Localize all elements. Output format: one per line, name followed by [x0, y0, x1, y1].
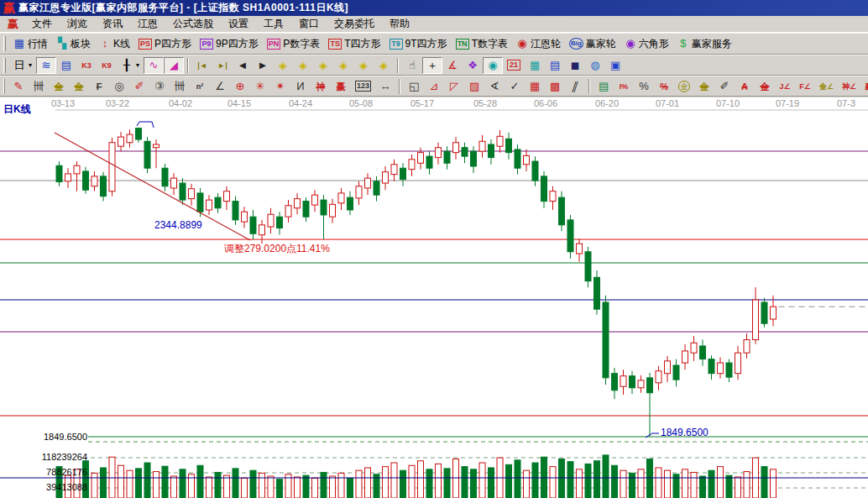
gann-fan-button[interactable]: ⊿: [424, 78, 444, 95]
9t-square-button[interactable]: T99T四方形: [385, 34, 452, 54]
go-prev-button[interactable]: ◄: [233, 57, 253, 74]
menu-item-7[interactable]: 窗口: [291, 15, 327, 33]
wave-check-button[interactable]: ✓: [505, 78, 525, 95]
cycle-tool-button[interactable]: ◉: [483, 57, 503, 74]
parallel-lines-button[interactable]: ∥: [565, 78, 585, 95]
candle-style-button[interactable]: ╂▾: [117, 57, 144, 74]
crosshair-tool-button[interactable]: ＋: [422, 57, 442, 74]
go-last-button[interactable]: ►|: [212, 57, 233, 74]
calendar-button[interactable]: 21: [503, 57, 525, 73]
menu-item-6[interactable]: 工具: [256, 15, 291, 33]
app-logo-icon: 赢: [3, 1, 15, 15]
brush-button[interactable]: ✎: [8, 78, 29, 95]
gann-wheel-small-button[interactable]: ✳: [250, 78, 270, 95]
hand-tool-button[interactable]: ☝: [402, 57, 422, 74]
hatch-lines-2-button[interactable]: 卌: [170, 78, 190, 95]
winner-wheel-button[interactable]: Big赢家轮: [565, 34, 620, 54]
diamond-expand-button[interactable]: ◈: [353, 57, 374, 74]
spiral-button[interactable]: ◎: [109, 78, 129, 95]
circle-3-button[interactable]: ③: [149, 78, 170, 95]
gold-lines-1-button[interactable]: 金: [49, 78, 69, 95]
calculator-button[interactable]: ▦: [525, 57, 545, 74]
a-wave-button[interactable]: A: [735, 78, 755, 95]
gold-circle-button[interactable]: 金: [674, 78, 694, 95]
zoom-area-tool-button[interactable]: ≋: [36, 57, 56, 74]
angle-lines-button[interactable]: ∢: [484, 78, 505, 95]
ying-angle-button[interactable]: 赢∠: [860, 78, 868, 95]
j-angle-button[interactable]: J∠: [775, 78, 795, 95]
i-percent-button[interactable]: I%: [614, 78, 634, 95]
gann-wheel-button[interactable]: ◉江恩轮: [512, 34, 565, 54]
t-square-button[interactable]: TST四方形: [324, 34, 384, 54]
fan-in-box-button[interactable]: ◸: [444, 78, 464, 95]
percent-lines-button[interactable]: %: [654, 78, 674, 95]
shen-angle-button[interactable]: 神∠: [838, 78, 860, 95]
sectors-button[interactable]: ▚板块: [52, 34, 95, 54]
zigzag-tool-button[interactable]: ∿: [144, 57, 164, 74]
kline-button[interactable]: ↕K线: [95, 34, 134, 54]
percent-button[interactable]: %: [634, 78, 654, 95]
p-square-button[interactable]: PSP四方形: [134, 34, 196, 54]
menu-item-0[interactable]: 文件: [24, 15, 60, 33]
diamond-center-button[interactable]: ◈: [374, 57, 394, 74]
go-next-button[interactable]: ►: [253, 57, 273, 74]
menu-item-2[interactable]: 资讯: [95, 15, 130, 33]
diamond-right-button[interactable]: ◈: [293, 57, 313, 74]
diamond-up-button[interactable]: ◈: [313, 57, 333, 74]
protractor-button[interactable]: ∠: [210, 78, 230, 95]
menu-item-3[interactable]: 江恩: [130, 15, 165, 33]
width-measure-button[interactable]: ↔: [375, 78, 395, 95]
ying-lines-button[interactable]: 赢: [331, 78, 351, 95]
date-tick-07-3: 07-3: [837, 98, 855, 108]
target-circle-button[interactable]: ⊕: [230, 78, 250, 95]
ruler-123-button[interactable]: 123: [351, 78, 375, 94]
save-button[interactable]: ◼: [565, 57, 585, 74]
gann-shape-tool-button[interactable]: ❖: [463, 57, 483, 74]
gann-shape-tool-icon: ❖: [467, 60, 478, 71]
f-lines-button[interactable]: F: [89, 78, 109, 95]
red-grid-button[interactable]: ▦: [525, 78, 545, 95]
shen-lines-button[interactable]: 神: [311, 78, 331, 95]
list-panel-button[interactable]: ▤: [593, 78, 614, 95]
period-daily-button[interactable]: 日▾: [9, 57, 36, 74]
notes-button[interactable]: ▤: [545, 57, 565, 74]
red-grid-2-button[interactable]: ▩: [545, 78, 565, 95]
chart-area[interactable]: 日K线 03-1303-2204-0204-1504-2405-0805-170…: [0, 97, 868, 498]
gold-angle-button[interactable]: 金∠: [815, 78, 838, 95]
go-first-button[interactable]: |◄: [192, 57, 212, 74]
n-square-button[interactable]: n²: [190, 78, 210, 95]
info-panel-button[interactable]: ▤: [56, 57, 76, 74]
gold-red-lines-button[interactable]: 金: [755, 78, 775, 95]
gold-lines-2-button[interactable]: 金: [69, 78, 89, 95]
volume-bar: [250, 470, 256, 498]
t-digit-table-button[interactable]: TNT数字表: [452, 34, 512, 54]
9p-square-button[interactable]: P99P四方形: [196, 34, 263, 54]
quotes-button[interactable]: ▦行情: [9, 34, 52, 54]
kline-canvas[interactable]: [0, 97, 868, 498]
angle-measure-button[interactable]: ∡: [442, 57, 463, 74]
menu-item-9[interactable]: 帮助: [382, 15, 417, 33]
system-monitor-button[interactable]: ▣: [605, 57, 625, 74]
diamond-down-button[interactable]: ◈: [333, 57, 353, 74]
f-angle-button[interactable]: F∠: [795, 78, 815, 95]
gann-square-wheel-button[interactable]: ✴: [270, 78, 290, 95]
box-lines-button[interactable]: ▨: [464, 78, 484, 95]
menu-item-8[interactable]: 交易委托: [327, 15, 382, 33]
menu-item-4[interactable]: 公式选股: [165, 15, 221, 33]
p-digit-table-button[interactable]: PNP数字表: [263, 34, 325, 54]
ma-3-button[interactable]: K3: [76, 57, 97, 74]
diamond-left-button[interactable]: ◈: [273, 57, 293, 74]
ma-9-button[interactable]: K9: [97, 57, 117, 74]
menu-item-5[interactable]: 设置: [221, 15, 256, 33]
square-tool-button[interactable]: ◱: [404, 78, 424, 95]
winner-service-button[interactable]: $赢家服务: [673, 34, 736, 54]
ruler-pencil-2-button[interactable]: ✐: [714, 78, 735, 95]
color-chart-tool-button[interactable]: ◢: [164, 57, 184, 74]
hexagon-button[interactable]: ◉六角形: [620, 34, 673, 54]
hatch-lines-button[interactable]: 卌: [29, 78, 49, 95]
export-disk-button[interactable]: ◍: [585, 57, 605, 74]
menu-item-1[interactable]: 浏览: [60, 15, 95, 33]
gold-hash-button[interactable]: 金: [694, 78, 714, 95]
wave-n-button[interactable]: И: [290, 78, 311, 95]
pencil-ruler-button[interactable]: ✐: [129, 78, 149, 95]
